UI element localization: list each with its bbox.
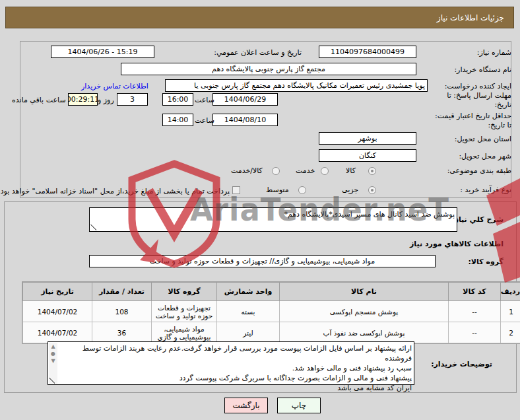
process-type-label: نوع فرآیند خرید : [460, 186, 511, 194]
table-cell: 1 [501, 301, 520, 322]
back-button[interactable]: بازگشت [224, 398, 268, 413]
price-validity-hour-label: ساعت [195, 116, 214, 125]
radio-service-label: خدمت [296, 166, 315, 175]
goods-group-label: گروه کالا: [468, 258, 504, 266]
classification-label: طبقه بندی موضوعی: [447, 166, 511, 175]
table-header-cell: گروه کالا [152, 283, 217, 301]
goods-table: ردیفکد کالانام کالاواحد شمارشگروه کالاتع… [22, 282, 520, 343]
resize-handle-icon[interactable] [90, 225, 96, 230]
delivery-city-label: شهر محل تحویل: [459, 152, 511, 160]
buyer-name-value: مجتمع گاز پارس جنوبی پالایشگاه دهم [212, 65, 325, 73]
page-title: جزئیات اطلاعات نیاز [437, 13, 504, 22]
announce-datetime-value: 1404/06/26 - 15:19 [67, 48, 137, 56]
remaining-days-field[interactable]: 3 [117, 93, 148, 106]
radio-service[interactable] [321, 167, 329, 175]
price-validity-label: حداقل تاریخ اعتبار قیمت: تا تاریخ: [434, 112, 511, 130]
delivery-province-label: استان محل تحویل: [455, 135, 511, 143]
delivery-province-field[interactable]: بوشهر [319, 132, 416, 145]
need-number-value: 1104097684000499 [331, 48, 405, 56]
need-number-label: شماره نیاز: [477, 48, 511, 57]
radio-goods-label: کالا [346, 166, 356, 175]
table-cell: -- [449, 322, 501, 343]
table-cell: 108 [92, 301, 152, 322]
goods-group-value: مواد شیمیایی، بیوشیمیایی و گازی// تجهیزا… [150, 257, 375, 265]
reply-deadline-time-field[interactable]: 16:00 [162, 93, 193, 106]
radio-goods-service[interactable] [272, 167, 280, 175]
table-cell: بسته [217, 301, 280, 322]
buyer-note-line: سبب رد پیشنهاد فنی و مالی خواهد شد. [60, 363, 412, 373]
table-header-cell: تعداد / مقدار [92, 283, 152, 301]
buyer-notes-label: توضیحات خریدار: [431, 360, 492, 368]
delivery-city-value: کنگان [359, 151, 376, 160]
goods-section-heading: اطلاعات کالاهاي مورد نیاز [410, 240, 504, 248]
buyer-note-line: ارائه پیشنهاد بر اساس فایل الزامات پیوست… [60, 343, 412, 363]
table-header-cell: ردیف [501, 283, 520, 301]
buyer-note-line: ایران کد مشابه می باشد [60, 383, 412, 393]
table-cell: 1404/07/02 [23, 322, 92, 343]
price-validity-date: 1404/08/10 [224, 116, 266, 124]
delivery-province-value: بوشهر [358, 134, 377, 143]
announce-datetime-label: تاریخ و ساعت اعلان عمومي: [201, 48, 302, 57]
radio-goods[interactable] [368, 167, 376, 175]
table-row: 1--پوشش منسجم اپوکسیبستهتجهیزات و قطعات … [23, 301, 520, 322]
scroll-up-icon[interactable]: ▲ [51, 343, 55, 350]
resize-handle-icon[interactable] [49, 378, 55, 384]
price-validity-time-field[interactable]: 14:00 [162, 114, 193, 126]
table-cell: پوشش اپوکسی ضد نفوذ آب [280, 322, 449, 343]
reply-hour-label: ساعت [195, 96, 214, 104]
delivery-city-field[interactable]: کنگان [319, 149, 416, 162]
buyer-notes-text: ارائه پیشنهاد بر اساس فایل الزامات پیوست… [58, 342, 414, 394]
table-body: 1--پوشش منسجم اپوکسیبستهتجهیزات و قطعات … [23, 301, 520, 343]
table-header-row: ردیفکد کالانام کالاواحد شمارشگروه کالاتع… [23, 283, 520, 301]
scroll-thumb[interactable]: ● [51, 350, 55, 357]
radio-goods-service-label: کالا/خدمت [231, 166, 263, 175]
treasury-payment-label: پرداخت تمام یا بخشی از مبلغ خرید،از محل … [0, 187, 230, 195]
table-header-cell: تاریخ نیاز [23, 283, 92, 301]
buyer-name-label: نام دستگاه خریدار: [454, 65, 511, 74]
announce-datetime-field[interactable]: 1404/06/26 - 15:19 [51, 46, 154, 58]
reply-deadline-time: 16:00 [168, 95, 189, 104]
general-description-label: شرح کلي نیاز: [451, 215, 504, 224]
goods-group-field[interactable]: مواد شیمیایی، بیوشیمیایی و گازی// تجهیزا… [89, 255, 436, 267]
request-creator-field[interactable]: پویا جمشیدی رئیس تعمیرات مکانیک پالایشگا… [165, 79, 428, 92]
reply-deadline-label: مهلت ارسال پاسخ: تا تاریخ: [443, 91, 511, 110]
table-row: 2--پوشش اپوکسی ضد نفوذ آبلیترمواد شیمیای… [23, 322, 520, 343]
buyer-contact-link[interactable]: اطلاعات تماس خریدار [81, 82, 148, 90]
scroll-down-icon[interactable]: ▼ [51, 357, 55, 365]
table-header-cell: کد کالا [449, 283, 501, 301]
page-title-bar: جزئیات اطلاعات نیاز [5, 7, 514, 28]
table-cell: مواد شیمیایی، بیوشیمیایی و گازی [152, 322, 217, 343]
days-and-label: روز و [98, 96, 114, 104]
radio-medium-label: متوسط [266, 186, 289, 194]
table-cell: لیتر [217, 322, 280, 343]
table-cell: 1404/07/02 [23, 301, 92, 322]
countdown-timer: 00:29:11 [68, 93, 98, 106]
radio-medium[interactable] [298, 186, 306, 194]
remaining-days-value: 3 [130, 95, 135, 104]
table-cell: 36 [92, 322, 152, 343]
reply-deadline-date-field[interactable]: 1404/06/29 [212, 93, 278, 106]
need-number-field[interactable]: 1104097684000499 [319, 46, 416, 58]
print-button[interactable]: چاپ [277, 398, 321, 413]
radio-minor-label: جزیی [342, 186, 358, 194]
table-cell: تجهیزات و قطعات حوزه تولید و ساخت [152, 301, 217, 322]
goods-table-container: ردیفکد کالانام کالاواحد شمارشگروه کالاتع… [22, 281, 520, 344]
hours-remaining-label: ساعت باقي مانده [12, 96, 66, 104]
request-creator-label: ایجاد کننده درخواست: [445, 82, 511, 90]
buyer-name-field[interactable]: مجتمع گاز پارس جنوبی پالایشگاه دهم [121, 63, 416, 75]
need-details-page: جزئیات اطلاعات نیاز شماره نیاز: 11040976… [0, 0, 520, 420]
price-validity-time: 14:00 [168, 116, 189, 124]
buyer-note-line: پیشنهاد فنی و مالی و الزامات بصورت جداگا… [60, 373, 412, 383]
request-creator-value: پویا جمشیدی رئیس تعمیرات مکانیک پالایشگا… [194, 81, 425, 90]
table-cell: پوشش منسجم اپوکسی [280, 301, 449, 322]
reply-deadline-date: 1404/06/29 [224, 95, 266, 104]
radio-minor[interactable] [368, 186, 376, 194]
countdown-value: 00:29:11 [68, 95, 98, 104]
buyer-notes-textarea[interactable]: ▲ ● ▼ ارائه پیشنهاد بر اساس فایل الزامات… [48, 341, 414, 385]
treasury-payment-checkbox[interactable] [232, 186, 240, 194]
general-description-text: پوشش ضد اسید کانال های مسیر اسیدی*پالایش… [90, 208, 457, 221]
price-validity-date-field[interactable]: 1404/08/10 [212, 114, 278, 126]
table-header-cell: نام کالا [280, 283, 449, 301]
general-description-textarea[interactable]: پوشش ضد اسید کانال های مسیر اسیدی*پالایش… [89, 207, 457, 232]
table-header-cell: واحد شمارش [217, 283, 280, 301]
